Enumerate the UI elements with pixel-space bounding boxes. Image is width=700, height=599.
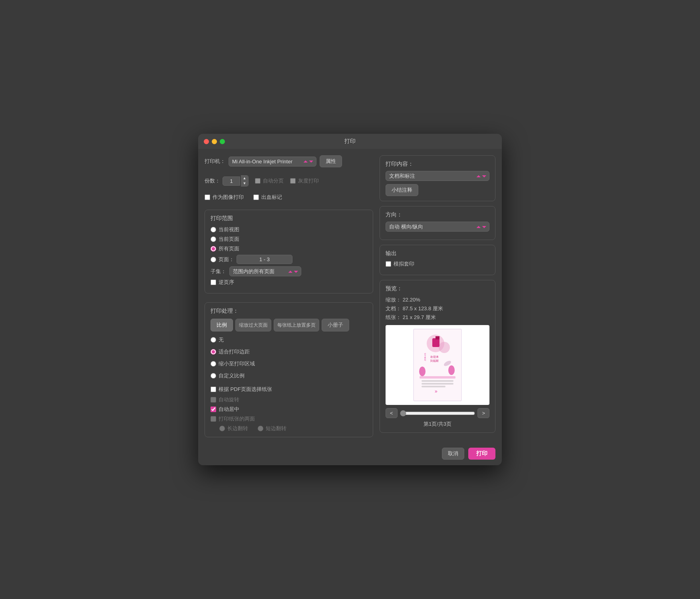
copies-stepper: ▲ ▼ xyxy=(241,175,249,186)
long-edge-radio[interactable] xyxy=(219,426,225,431)
current-view-row: 当前视图 xyxy=(211,226,367,233)
close-button[interactable] xyxy=(204,139,209,144)
processing-tabs: 比例 缩放过大页面 每张纸上放置多页 小册子 xyxy=(211,319,367,331)
reverse-order-checkbox[interactable] xyxy=(211,280,216,285)
two-side-checkbox[interactable] xyxy=(211,416,216,422)
properties-button[interactable]: 属性 xyxy=(320,155,342,167)
bleed-marks-checkbox[interactable] xyxy=(253,194,259,200)
paper-info: 纸张： 21 x 29.7 厘米 xyxy=(386,313,489,322)
svg-rect-3 xyxy=(432,338,439,347)
none-radio[interactable] xyxy=(211,337,216,343)
image-print-row: 作为图像打印 xyxy=(205,194,244,201)
minimize-button[interactable] xyxy=(212,139,217,144)
printer-select-wrapper: Mi All-in-One Inkjet Printer ⏶⏷ xyxy=(229,157,316,167)
fit-margin-radio[interactable] xyxy=(211,349,216,355)
page-indicator: 第1页/共3页 xyxy=(386,420,489,428)
auto-rotate-row: 自动旋转 xyxy=(211,396,367,403)
processing-title: 打印处理： xyxy=(211,307,367,315)
pdf-pages-row: 根据 PDF页面选择纸张 xyxy=(211,386,367,393)
copies-up[interactable]: ▲ xyxy=(241,176,248,181)
tab-multi-page[interactable]: 每张纸上放置多页 xyxy=(274,319,319,331)
preview-nav: < > xyxy=(386,408,489,418)
auto-center-checkbox[interactable] xyxy=(211,407,216,412)
titlebar: 打印 xyxy=(198,134,502,149)
none-label: 无 xyxy=(219,336,224,343)
doc-value: 87.5 x 123.8 厘米 xyxy=(403,305,443,311)
pages-input[interactable]: 1 - 3 xyxy=(237,255,292,264)
current-view-radio[interactable] xyxy=(211,227,216,232)
none-row: 无 xyxy=(211,336,367,343)
custom-row: 自定义比例 xyxy=(211,372,367,379)
svg-point-9 xyxy=(419,367,426,376)
content-section: 打印内容： 文档和标注 ⏶⏷ 小结注释 xyxy=(380,155,495,201)
direction-select[interactable]: 自动 横向/纵向 xyxy=(386,222,489,232)
doc-label: 文档： xyxy=(386,305,401,311)
direction-select-wrap: 自动 横向/纵向 ⏶⏷ xyxy=(386,222,489,232)
copies-input[interactable]: 1 xyxy=(223,177,240,186)
by-pdf-checkbox[interactable] xyxy=(211,387,216,392)
auto-collate-checkbox[interactable] xyxy=(255,178,261,184)
grayscale-checkbox[interactable] xyxy=(290,178,296,184)
copies-down[interactable]: ▼ xyxy=(241,181,248,186)
direction-section: 方向： 自动 横向/纵向 ⏶⏷ xyxy=(380,206,495,240)
page-slider[interactable] xyxy=(400,410,475,417)
auto-collate-row: 自动分页 xyxy=(255,177,284,184)
auto-rotate-checkbox[interactable] xyxy=(211,397,216,403)
tab-scale[interactable]: 比例 xyxy=(211,319,233,331)
simulate-overprint-label: 模拟套印 xyxy=(394,260,414,268)
output-section: 输出 模拟套印 xyxy=(380,245,495,275)
tab-booklet[interactable]: 小册子 xyxy=(322,319,349,331)
simulate-overprint-checkbox[interactable] xyxy=(386,261,391,267)
all-pages-radio[interactable] xyxy=(211,246,216,252)
svg-point-2 xyxy=(439,342,450,353)
all-pages-row: 所有页面 xyxy=(211,245,367,252)
image-print-checkbox[interactable] xyxy=(205,194,210,200)
scale-options: 无 适合打印边距 缩小至打印区域 自定义比例 xyxy=(211,336,367,382)
content-select[interactable]: 文档和标注 xyxy=(386,171,489,181)
summary-button[interactable]: 小结注释 xyxy=(386,184,418,196)
reverse-order-row: 逆页序 xyxy=(211,279,367,286)
paper-label: 纸张： xyxy=(386,314,401,320)
subset-select[interactable]: 范围内的所有页面 xyxy=(229,266,301,276)
direction-title: 方向： xyxy=(386,211,489,218)
short-edge-radio[interactable] xyxy=(258,426,263,431)
preview-content: 欢迎来 到福斯 JOIN US xyxy=(386,325,489,405)
svg-text:到福斯: 到福斯 xyxy=(430,359,439,362)
image-print-label: 作为图像打印 xyxy=(213,194,244,201)
auto-rotate-label: 自动旋转 xyxy=(219,396,239,403)
zoom-info: 缩放： 22.20% xyxy=(386,296,489,304)
custom-label: 自定义比例 xyxy=(219,372,245,379)
next-page-button[interactable]: > xyxy=(477,408,489,418)
svg-text:»: » xyxy=(435,389,438,394)
custom-radio[interactable] xyxy=(211,373,216,379)
fit-margin-row: 适合打印边距 xyxy=(211,348,367,355)
grayscale-label: 灰度打印 xyxy=(298,177,319,184)
bottom-bar: 取消 打印 xyxy=(198,444,502,465)
print-button[interactable]: 打印 xyxy=(468,448,495,460)
svg-marker-4 xyxy=(436,336,439,339)
current-page-radio[interactable] xyxy=(211,236,216,242)
bleed-row: 出血标记 xyxy=(253,194,282,201)
current-page-row: 当前页面 xyxy=(211,236,367,243)
prev-page-button[interactable]: < xyxy=(386,408,398,418)
maximize-button[interactable] xyxy=(220,139,225,144)
zoom-value: 22.20% xyxy=(403,297,420,303)
right-panel: 打印内容： 文档和标注 ⏶⏷ 小结注释 方向： 自动 横向/纵向 ⏶⏷ xyxy=(380,155,495,437)
shrink-row: 缩小至打印区域 xyxy=(211,360,367,367)
printer-select[interactable]: Mi All-in-One Inkjet Printer xyxy=(229,157,316,167)
preview-title: 预览： xyxy=(386,285,489,292)
long-edge-option: 长边翻转 xyxy=(219,425,248,432)
copies-input-wrap: 1 ▲ ▼ xyxy=(223,175,249,186)
cancel-button[interactable]: 取消 xyxy=(442,448,464,460)
preview-svg: 欢迎来 到福斯 JOIN US xyxy=(412,328,463,402)
pages-radio[interactable] xyxy=(211,257,216,262)
doc-info: 文档： 87.5 x 123.8 厘米 xyxy=(386,304,489,313)
content-title: 打印内容： xyxy=(386,161,489,168)
reverse-order-label: 逆页序 xyxy=(219,279,234,286)
print-dialog: 打印 打印机： Mi All-in-One Inkjet Printer ⏶⏷ … xyxy=(198,134,502,465)
grayscale-row: 灰度打印 xyxy=(290,177,319,184)
current-page-label: 当前页面 xyxy=(219,236,239,243)
svg-rect-14 xyxy=(422,383,453,385)
tab-shrink-large[interactable]: 缩放过大页面 xyxy=(235,319,271,331)
shrink-radio[interactable] xyxy=(211,361,216,367)
